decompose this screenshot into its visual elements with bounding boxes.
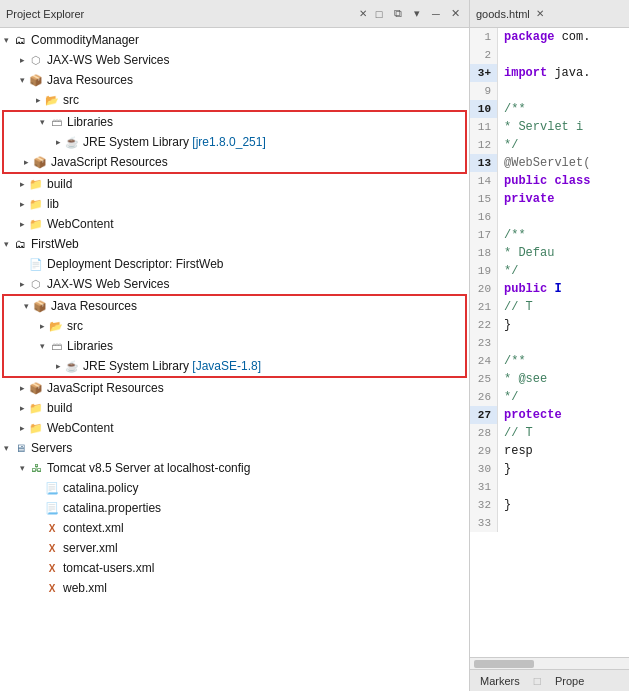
tree-item-libraries2[interactable]: ▾ 🗃 Libraries [4,336,465,356]
bottom-tab-separator: □ [534,674,541,688]
expand-arrow[interactable]: ▸ [16,199,28,209]
src-icon: 📂 [44,92,60,108]
expand-arrow[interactable]: ▸ [52,137,64,147]
expand-arrow[interactable]: ▸ [16,383,28,393]
line-number: 26 [470,388,498,406]
expand-arrow[interactable]: ▾ [20,301,32,311]
expand-arrow[interactable]: ▾ [0,443,12,453]
expand-arrow[interactable]: ▸ [52,361,64,371]
expand-arrow[interactable]: ▸ [16,279,28,289]
libraries-icon: 🗃 [48,114,64,130]
bottom-tab-markers[interactable]: Markers [474,673,526,689]
tree-item-tomcat-users[interactable]: ▸ X tomcat-users.xml [0,558,469,578]
tree-item-lib1[interactable]: ▸ 📁 lib [0,194,469,214]
code-line: 33 [470,514,629,532]
tree-item-commoditymanager[interactable]: ▾ 🗂 CommodityManager [0,30,469,50]
bottom-tab-properties[interactable]: Prope [549,673,590,689]
line-content: public I [498,280,562,298]
project-explorer-panel: Project Explorer ✕ □ ⧉ ▾ ─ ✕ ▾ 🗂 Commodi… [0,0,470,691]
close-editor-icon[interactable]: ✕ [536,8,544,19]
scrollbar-thumb[interactable] [474,660,534,668]
code-editor-content[interactable]: 1 package com. 2 3+ import java. 9 10 /*… [470,28,629,657]
project-tree: ▾ 🗂 CommodityManager ▸ ⬡ JAX-WS Web Serv… [0,28,469,691]
tree-item-web-xml[interactable]: ▸ X web.xml [0,578,469,598]
item-label: web.xml [63,581,107,595]
line-number: 13 [470,154,498,172]
line-content: // T [498,298,533,316]
line-content: import java. [498,64,590,82]
line-number: 10 [470,100,498,118]
tree-item-jre1[interactable]: ▸ ☕ JRE System Library [jre1.8.0_251] [4,132,465,152]
line-content: * Servlet i [498,118,583,136]
stack-panel-icon[interactable]: ⧉ [390,6,406,22]
line-content: * @see [498,370,547,388]
tree-item-build2[interactable]: ▸ 📁 build [0,398,469,418]
line-content: /** [498,352,526,370]
tree-item-webcontent1[interactable]: ▸ 📁 WebContent [0,214,469,234]
code-line: 28 // T [470,424,629,442]
expand-arrow[interactable]: ▸ [36,321,48,331]
tree-item-src2[interactable]: ▸ 📂 src [4,316,465,336]
close-tab-icon[interactable]: ✕ [359,8,367,19]
tree-item-deployment-descriptor[interactable]: ▸ 📄 Deployment Descriptor: FirstWeb [0,254,469,274]
tree-item-jsresources1[interactable]: ▸ 📦 JavaScript Resources [4,152,465,172]
tree-item-webcontent2[interactable]: ▸ 📁 WebContent [0,418,469,438]
folder-icon: 📁 [28,400,44,416]
expand-arrow[interactable]: ▾ [36,117,48,127]
item-label: Libraries [67,339,113,353]
tree-item-jaxws2[interactable]: ▸ ⬡ JAX-WS Web Services [0,274,469,294]
horizontal-scrollbar[interactable] [470,657,629,669]
tree-item-build1[interactable]: ▸ 📁 build [0,174,469,194]
close-panel-icon[interactable]: ✕ [447,6,463,22]
dash-panel-icon[interactable]: ─ [428,6,444,22]
expand-arrow[interactable]: ▾ [16,463,28,473]
item-label: Libraries [67,115,113,129]
line-number: 29 [470,442,498,460]
tree-item-servers[interactable]: ▾ 🖥 Servers [0,438,469,458]
minimize-panel-icon[interactable]: □ [371,6,387,22]
servers-icon: 🖥 [12,440,28,456]
expand-arrow[interactable]: ▾ [36,341,48,351]
tree-item-jre2[interactable]: ▸ ☕ JRE System Library [JavaSE-1.8] [4,356,465,376]
tree-item-libraries1[interactable]: ▾ 🗃 Libraries [4,112,465,132]
line-number: 24 [470,352,498,370]
descriptor-icon: 📄 [28,256,44,272]
tree-item-firstweb[interactable]: ▾ 🗂 FirstWeb [0,234,469,254]
tree-item-java-resources2[interactable]: ▾ 📦 Java Resources [4,296,465,316]
line-content: public class [498,172,590,190]
code-line: 2 [470,46,629,64]
xml-icon: X [44,540,60,556]
line-content: private [498,190,554,208]
expand-arrow[interactable]: ▸ [16,219,28,229]
expand-arrow[interactable]: ▸ [16,403,28,413]
expand-arrow[interactable]: ▸ [16,55,28,65]
expand-arrow[interactable]: ▸ [20,157,32,167]
expand-arrow[interactable]: ▾ [16,75,28,85]
line-content: */ [498,388,518,406]
line-content: */ [498,262,518,280]
editor-tab[interactable]: goods.html [476,8,530,20]
line-number: 11 [470,118,498,136]
tree-item-java-resources1[interactable]: ▾ 📦 Java Resources [0,70,469,90]
expand-arrow[interactable]: ▸ [32,95,44,105]
item-label: lib [47,197,59,211]
tree-item-server-xml[interactable]: ▸ X server.xml [0,538,469,558]
item-label: Tomcat v8.5 Server at localhost-config [47,461,250,475]
tree-item-jsresources2[interactable]: ▸ 📦 JavaScript Resources [0,378,469,398]
line-content: } [498,316,511,334]
expand-arrow[interactable]: ▾ [0,35,12,45]
tree-item-tomcat[interactable]: ▾ 🖧 Tomcat v8.5 Server at localhost-conf… [0,458,469,478]
code-line: 19 */ [470,262,629,280]
highlight-group-2: ▾ 📦 Java Resources ▸ 📂 src ▾ 🗃 Libraries [2,294,467,378]
tree-item-catalina-properties[interactable]: ▸ 📃 catalina.properties [0,498,469,518]
line-number: 15 [470,190,498,208]
expand-arrow[interactable]: ▾ [0,239,12,249]
dropdown-panel-icon[interactable]: ▾ [409,6,425,22]
tree-item-context-xml[interactable]: ▸ X context.xml [0,518,469,538]
tree-item-src1[interactable]: ▸ 📂 src [0,90,469,110]
tree-item-catalina-policy[interactable]: ▸ 📃 catalina.policy [0,478,469,498]
tree-item-jaxws1[interactable]: ▸ ⬡ JAX-WS Web Services [0,50,469,70]
expand-arrow[interactable]: ▸ [16,423,28,433]
code-line: 25 * @see [470,370,629,388]
expand-arrow[interactable]: ▸ [16,179,28,189]
